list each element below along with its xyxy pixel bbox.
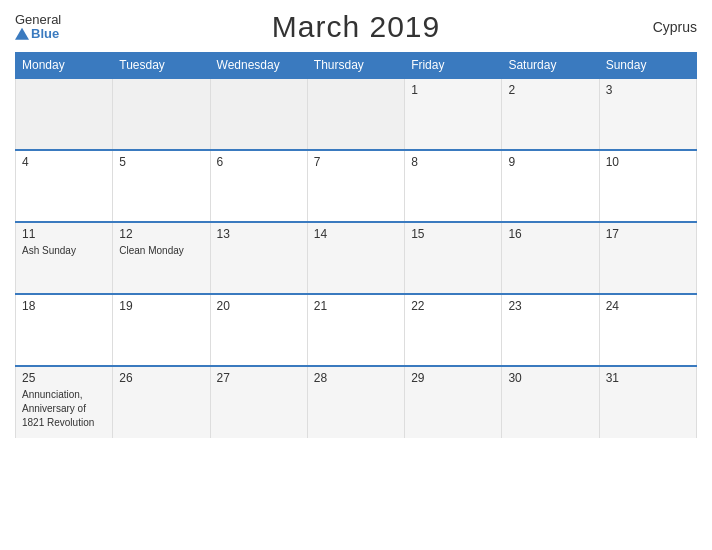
day-number: 25 <box>22 371 106 385</box>
day-number: 10 <box>606 155 690 169</box>
calendar-cell <box>113 78 210 150</box>
day-number: 27 <box>217 371 301 385</box>
day-number: 20 <box>217 299 301 313</box>
weekday-row: MondayTuesdayWednesdayThursdayFridaySatu… <box>16 53 697 79</box>
calendar-cell: 9 <box>502 150 599 222</box>
calendar-cell: 29 <box>405 366 502 438</box>
calendar-week-row: 123 <box>16 78 697 150</box>
calendar-cell: 17 <box>599 222 696 294</box>
calendar-body: 1234567891011Ash Sunday12Clean Monday131… <box>16 78 697 438</box>
day-number: 31 <box>606 371 690 385</box>
calendar-cell: 21 <box>307 294 404 366</box>
day-number: 30 <box>508 371 592 385</box>
page: General Blue March 2019 Cyprus MondayTue… <box>0 0 712 550</box>
day-number: 21 <box>314 299 398 313</box>
calendar-cell <box>210 78 307 150</box>
calendar-table: MondayTuesdayWednesdayThursdayFridaySatu… <box>15 52 697 438</box>
calendar-cell: 30 <box>502 366 599 438</box>
calendar-cell: 31 <box>599 366 696 438</box>
logo: General Blue <box>15 13 61 42</box>
calendar-cell: 10 <box>599 150 696 222</box>
calendar-week-row: 25Annunciation, Anniversary of 1821 Revo… <box>16 366 697 438</box>
event-label: Clean Monday <box>119 245 183 256</box>
day-number: 1 <box>411 83 495 97</box>
day-number: 17 <box>606 227 690 241</box>
day-number: 2 <box>508 83 592 97</box>
logo-general-text: General <box>15 13 61 27</box>
country-label: Cyprus <box>653 19 697 35</box>
calendar-cell: 23 <box>502 294 599 366</box>
day-number: 7 <box>314 155 398 169</box>
calendar-cell: 7 <box>307 150 404 222</box>
calendar-cell: 28 <box>307 366 404 438</box>
calendar-cell: 22 <box>405 294 502 366</box>
calendar-cell: 5 <box>113 150 210 222</box>
calendar-cell: 18 <box>16 294 113 366</box>
calendar-cell <box>16 78 113 150</box>
calendar-cell: 3 <box>599 78 696 150</box>
day-number: 28 <box>314 371 398 385</box>
calendar-week-row: 45678910 <box>16 150 697 222</box>
calendar-cell: 16 <box>502 222 599 294</box>
day-number: 29 <box>411 371 495 385</box>
calendar-cell: 19 <box>113 294 210 366</box>
day-number: 6 <box>217 155 301 169</box>
calendar-cell: 27 <box>210 366 307 438</box>
calendar-cell: 24 <box>599 294 696 366</box>
day-number: 11 <box>22 227 106 241</box>
day-number: 23 <box>508 299 592 313</box>
calendar-cell: 13 <box>210 222 307 294</box>
calendar-title: March 2019 <box>272 10 440 44</box>
logo-blue-text: Blue <box>15 27 61 41</box>
calendar-header: MondayTuesdayWednesdayThursdayFridaySatu… <box>16 53 697 79</box>
day-number: 16 <box>508 227 592 241</box>
calendar-cell: 25Annunciation, Anniversary of 1821 Revo… <box>16 366 113 438</box>
day-number: 15 <box>411 227 495 241</box>
calendar-cell: 2 <box>502 78 599 150</box>
calendar-cell: 11Ash Sunday <box>16 222 113 294</box>
calendar-cell: 15 <box>405 222 502 294</box>
event-label: Annunciation, Anniversary of 1821 Revolu… <box>22 389 94 428</box>
day-number: 19 <box>119 299 203 313</box>
calendar-cell: 1 <box>405 78 502 150</box>
weekday-header: Monday <box>16 53 113 79</box>
calendar-week-row: 18192021222324 <box>16 294 697 366</box>
logo-triangle-icon <box>15 28 29 40</box>
calendar-cell: 26 <box>113 366 210 438</box>
day-number: 24 <box>606 299 690 313</box>
weekday-header: Thursday <box>307 53 404 79</box>
calendar-cell <box>307 78 404 150</box>
calendar-cell: 20 <box>210 294 307 366</box>
day-number: 22 <box>411 299 495 313</box>
weekday-header: Sunday <box>599 53 696 79</box>
weekday-header: Saturday <box>502 53 599 79</box>
calendar-cell: 8 <box>405 150 502 222</box>
calendar-cell: 12Clean Monday <box>113 222 210 294</box>
day-number: 9 <box>508 155 592 169</box>
calendar-cell: 6 <box>210 150 307 222</box>
weekday-header: Tuesday <box>113 53 210 79</box>
day-number: 12 <box>119 227 203 241</box>
day-number: 8 <box>411 155 495 169</box>
weekday-header: Wednesday <box>210 53 307 79</box>
calendar-week-row: 11Ash Sunday12Clean Monday1314151617 <box>16 222 697 294</box>
calendar-cell: 4 <box>16 150 113 222</box>
day-number: 14 <box>314 227 398 241</box>
header: General Blue March 2019 Cyprus <box>15 10 697 44</box>
day-number: 26 <box>119 371 203 385</box>
calendar-cell: 14 <box>307 222 404 294</box>
weekday-header: Friday <box>405 53 502 79</box>
day-number: 18 <box>22 299 106 313</box>
event-label: Ash Sunday <box>22 245 76 256</box>
day-number: 13 <box>217 227 301 241</box>
day-number: 5 <box>119 155 203 169</box>
day-number: 4 <box>22 155 106 169</box>
day-number: 3 <box>606 83 690 97</box>
